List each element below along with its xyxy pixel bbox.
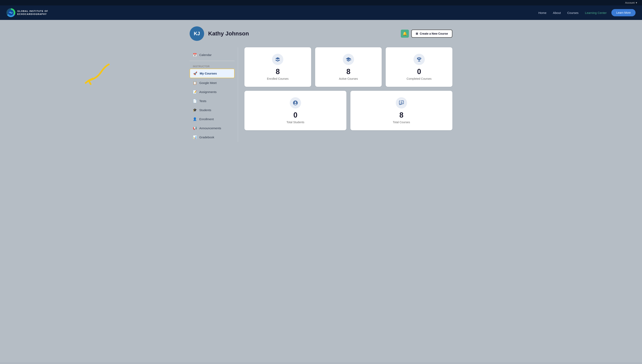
stats-bottom-row: 0 Total Students 8 Total Courses: [244, 91, 452, 130]
nav-learning-center[interactable]: Learning Center: [585, 11, 607, 14]
bell-icon: 🔔: [403, 32, 407, 36]
header-actions: 🔔 ⊞ Create a New Course: [401, 30, 452, 38]
nav-courses[interactable]: Courses: [567, 11, 578, 14]
total-students-count: 0: [293, 111, 297, 120]
avatar: KJ: [190, 26, 204, 41]
trophy-icon: [414, 54, 425, 65]
learn-more-button[interactable]: Learn More: [611, 9, 635, 16]
nav-about[interactable]: About: [553, 11, 561, 14]
enrolled-courses-label: Enrolled Courses: [267, 77, 288, 80]
active-courses-count: 8: [346, 68, 351, 76]
nav-home[interactable]: Home: [538, 11, 546, 14]
top-bar: Account ▾: [0, 0, 642, 6]
active-courses-label: Active Courses: [339, 77, 358, 80]
enrolled-courses-count: 8: [276, 68, 280, 76]
rocket-icon: 🚀: [193, 72, 197, 75]
notification-button[interactable]: 🔔: [401, 30, 409, 38]
mortarboard-icon: [343, 54, 354, 65]
logo-text: Global Institute of Echocardiography: [17, 10, 48, 16]
logo-icon: [7, 8, 15, 17]
stats-top-row: 8 Enrolled Courses 8 Active Courses: [244, 47, 452, 87]
account-label[interactable]: Account: [625, 1, 634, 4]
calendar-icon: 📅: [193, 53, 197, 57]
sidebar-item-calendar[interactable]: 📅 Calendar: [190, 50, 234, 59]
students-icon: 🎓: [193, 108, 197, 112]
nav-links: Home About Courses Learning Center: [538, 11, 607, 14]
sidebar-item-enrollment[interactable]: 👤 Enrollment: [190, 115, 234, 124]
student-icon: [290, 97, 301, 108]
sidebar-item-google-meet[interactable]: 📋 Google Meet: [190, 78, 234, 87]
total-courses-count: 8: [399, 111, 403, 120]
completed-courses-count: 0: [417, 68, 421, 76]
navbar: Global Institute of Echocardiography Hom…: [0, 6, 642, 20]
completed-courses-label: Completed Courses: [407, 77, 432, 80]
create-course-button[interactable]: ⊞ Create a New Course: [411, 30, 452, 38]
cards-area: 8 Enrolled Courses 8 Active Courses: [238, 47, 452, 142]
sidebar-item-announcements[interactable]: 📢 Announcements: [190, 124, 234, 132]
total-students-card: 0 Total Students: [244, 91, 346, 130]
sidebar-item-assignments[interactable]: 📝 Assignments: [190, 88, 234, 96]
enrollment-icon: 👤: [193, 117, 197, 121]
sidebar-section-instructor: Instructor: [190, 62, 234, 69]
assignments-icon: 📝: [193, 90, 197, 94]
active-courses-card: 8 Active Courses: [315, 47, 382, 87]
logo-area: Global Institute of Echocardiography: [7, 8, 48, 17]
total-courses-label: Total Courses: [393, 120, 410, 124]
meet-icon: 📋: [193, 81, 197, 85]
instructor-icon: [396, 97, 407, 108]
total-students-label: Total Students: [286, 120, 304, 124]
sidebar-item-gradebook[interactable]: 📊 Gradebook: [190, 133, 234, 142]
profile-name: Kathy Johnson: [208, 30, 401, 37]
dashboard-layout: 📅 Calendar Instructor 🚀 My Courses 📋 Goo…: [190, 47, 452, 142]
enrolled-courses-card: 8 Enrolled Courses: [244, 47, 311, 87]
announcements-icon: 📢: [193, 126, 197, 130]
total-courses-card: 8 Total Courses: [351, 91, 452, 130]
sidebar: 📅 Calendar Instructor 🚀 My Courses 📋 Goo…: [190, 47, 238, 142]
sidebar-item-students[interactable]: 🎓 Students: [190, 106, 234, 114]
plus-icon: ⊞: [416, 32, 418, 35]
profile-header: KJ Kathy Johnson 🔔 ⊞ Create a New Course: [190, 26, 452, 41]
sidebar-item-my-courses[interactable]: 🚀 My Courses: [190, 69, 234, 78]
tests-icon: 📄: [193, 99, 197, 103]
account-dropdown-arrow[interactable]: ▾: [636, 1, 637, 4]
completed-courses-card: 0 Completed Courses: [386, 47, 452, 87]
sidebar-item-tests[interactable]: 📄 Tests: [190, 97, 234, 105]
book-icon: [272, 54, 283, 65]
gradebook-icon: 📊: [193, 135, 197, 139]
